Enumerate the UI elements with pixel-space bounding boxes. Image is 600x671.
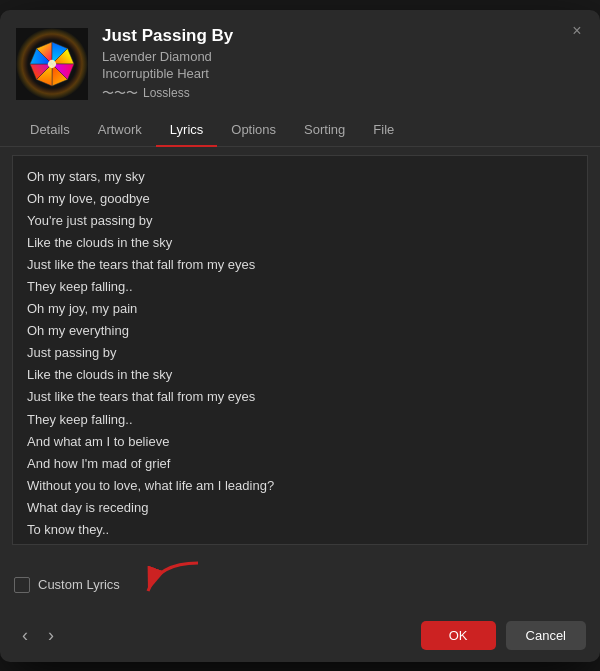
nav-buttons: ‹ › <box>14 621 62 650</box>
track-info: Just Passing By Lavender Diamond Incorru… <box>102 26 580 102</box>
quality-label: Lossless <box>143 86 190 100</box>
track-artist: Lavender Diamond <box>102 49 580 64</box>
title-bar: Just Passing By Lavender Diamond Incorru… <box>0 10 600 114</box>
tab-sorting[interactable]: Sorting <box>290 114 359 147</box>
tab-artwork[interactable]: Artwork <box>84 114 156 147</box>
track-quality: 〜〜〜 Lossless <box>102 85 580 102</box>
album-art <box>16 28 88 100</box>
prev-button[interactable]: ‹ <box>14 621 36 650</box>
action-buttons: OK Cancel <box>421 621 586 650</box>
bottom-bar: ‹ › OK Cancel <box>0 617 600 662</box>
tab-file[interactable]: File <box>359 114 408 147</box>
track-album: Incorruptible Heart <box>102 66 580 81</box>
dialog: Just Passing By Lavender Diamond Incorru… <box>0 10 600 662</box>
lossless-icon: 〜〜〜 <box>102 85 138 102</box>
tabs-bar: Details Artwork Lyrics Options Sorting F… <box>0 114 600 147</box>
red-arrow-icon <box>138 553 218 603</box>
cancel-button[interactable]: Cancel <box>506 621 586 650</box>
close-button[interactable]: × <box>568 22 586 40</box>
tab-options[interactable]: Options <box>217 114 290 147</box>
ok-button[interactable]: OK <box>421 621 496 650</box>
tab-lyrics[interactable]: Lyrics <box>156 114 217 147</box>
lyrics-scroll-area[interactable]: Oh my stars, my sky Oh my love, goodbye … <box>12 155 588 545</box>
custom-lyrics-label: Custom Lyrics <box>38 577 120 592</box>
custom-lyrics-checkbox[interactable] <box>14 577 30 593</box>
next-button[interactable]: › <box>40 621 62 650</box>
tab-details[interactable]: Details <box>16 114 84 147</box>
custom-lyrics-row: Custom Lyrics <box>0 553 600 617</box>
track-title: Just Passing By <box>102 26 580 46</box>
lyrics-text: Oh my stars, my sky Oh my love, goodbye … <box>27 166 573 545</box>
